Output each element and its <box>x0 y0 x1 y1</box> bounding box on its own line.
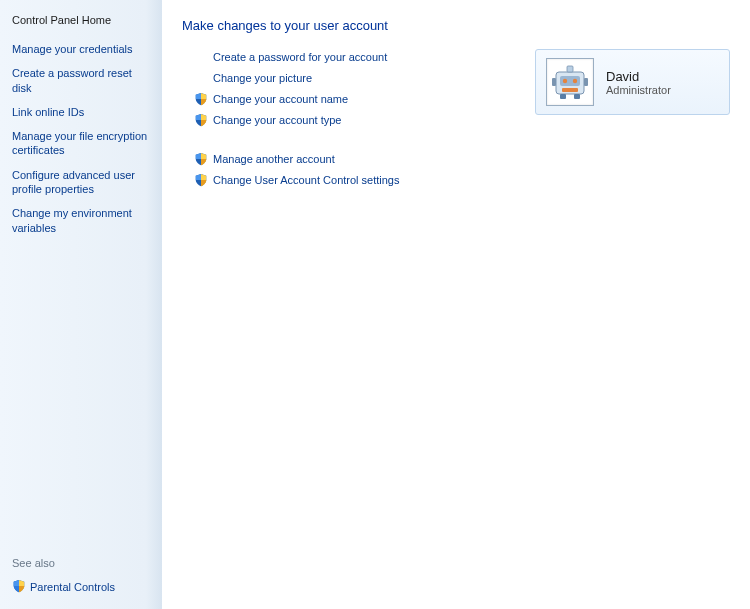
action-link-label: Change your account type <box>213 114 341 126</box>
content-row: Create a password for your account Chang… <box>182 49 730 193</box>
account-name: David <box>606 69 671 84</box>
shield-icon <box>194 92 208 106</box>
account-info: David Administrator <box>606 69 671 96</box>
action-link-label: Change your account name <box>213 93 348 105</box>
svg-rect-6 <box>584 78 588 86</box>
action-manage-another-account[interactable]: Manage another account <box>194 151 400 167</box>
sidebar-item-manage-credentials[interactable]: Manage your credentials <box>12 42 152 56</box>
account-card[interactable]: David Administrator <box>535 49 730 115</box>
main-content: Make changes to your user account Create… <box>162 0 750 609</box>
action-link-label: Change your picture <box>213 72 312 84</box>
action-create-password[interactable]: Create a password for your account <box>194 49 400 65</box>
sidebar-links: Manage your credentials Create a passwor… <box>12 42 152 235</box>
action-link-label: Manage another account <box>213 153 335 165</box>
action-gap <box>194 133 400 151</box>
shield-icon <box>12 579 26 595</box>
svg-point-3 <box>573 79 577 83</box>
parental-controls-label: Parental Controls <box>30 580 115 594</box>
page-title: Make changes to your user account <box>182 18 730 33</box>
shield-icon <box>194 152 208 166</box>
action-link-label: Create a password for your account <box>213 51 387 63</box>
shield-icon <box>194 173 208 187</box>
robot-icon <box>550 62 590 102</box>
action-links: Create a password for your account Chang… <box>194 49 400 193</box>
svg-rect-4 <box>562 88 578 92</box>
svg-rect-5 <box>552 78 556 86</box>
action-change-account-type[interactable]: Change your account type <box>194 112 400 128</box>
sidebar-item-env-variables[interactable]: Change my environment variables <box>12 206 152 235</box>
action-change-picture[interactable]: Change your picture <box>194 70 400 86</box>
parental-controls-link[interactable]: Parental Controls <box>12 579 152 595</box>
action-change-uac-settings[interactable]: Change User Account Control settings <box>194 172 400 188</box>
sidebar-item-password-reset-disk[interactable]: Create a password reset disk <box>12 66 152 95</box>
sidebar: Control Panel Home Manage your credentia… <box>0 0 162 609</box>
action-change-account-name[interactable]: Change your account name <box>194 91 400 107</box>
control-panel-home-link[interactable]: Control Panel Home <box>12 14 152 26</box>
svg-rect-8 <box>560 94 566 99</box>
sidebar-item-link-online-ids[interactable]: Link online IDs <box>12 105 152 119</box>
svg-rect-7 <box>567 66 573 72</box>
avatar <box>546 58 594 106</box>
svg-rect-9 <box>574 94 580 99</box>
see-also-label: See also <box>12 557 152 569</box>
action-link-label: Change User Account Control settings <box>213 174 400 186</box>
sidebar-item-advanced-profile[interactable]: Configure advanced user profile properti… <box>12 168 152 197</box>
svg-point-2 <box>563 79 567 83</box>
account-role: Administrator <box>606 84 671 96</box>
sidebar-bottom: See also Parental Controls <box>12 557 152 595</box>
shield-icon <box>194 113 208 127</box>
sidebar-item-file-encryption-certs[interactable]: Manage your file encryption certificates <box>12 129 152 158</box>
